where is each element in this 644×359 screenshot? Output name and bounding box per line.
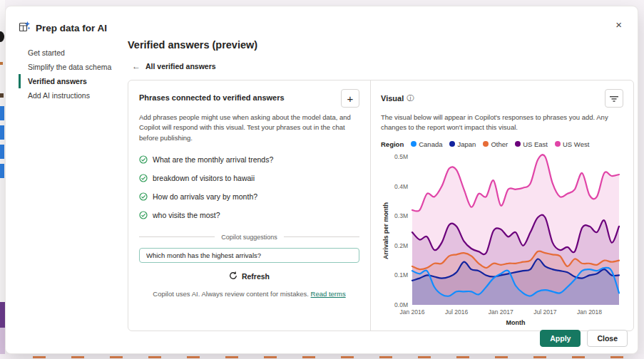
back-arrow-icon: ← bbox=[132, 61, 140, 71]
legend-item-us-west[interactable]: US West bbox=[555, 140, 589, 148]
legend-label: Other bbox=[491, 140, 508, 148]
check-circle-icon bbox=[139, 174, 148, 182]
chart-legend: Region CanadaJapanOtherUS EastUS West bbox=[381, 140, 623, 148]
phrase-text: What are the monthly arrival trends? bbox=[153, 155, 273, 164]
legend-label: Japan bbox=[457, 140, 476, 148]
divider-line bbox=[139, 236, 215, 237]
phrases-panel: Phrases connected to verified answers + … bbox=[128, 80, 371, 331]
info-icon[interactable]: ⓘ bbox=[407, 93, 414, 103]
phrases-panel-title: Phrases connected to verified answers bbox=[139, 89, 285, 102]
sidebar-item-add-ai-instructions[interactable]: Add AI instructions bbox=[19, 88, 124, 103]
background-artifact bbox=[0, 62, 3, 65]
svg-text:Arrivals per month: Arrivals per month bbox=[382, 202, 389, 259]
copilot-suggestions-label: Copilot suggestions bbox=[221, 234, 277, 241]
phrase-item[interactable]: who visits the most? bbox=[139, 206, 359, 224]
disclaimer-text: Copilot uses AI. Always review content f… bbox=[153, 290, 309, 298]
phrase-text: How do arrivals vary by month? bbox=[153, 192, 257, 201]
back-to-all-verified-answers-link[interactable]: ← All verified answers bbox=[132, 61, 216, 71]
background-artifact bbox=[0, 302, 5, 329]
copilot-disclaimer: Copilot uses AI. Always review content f… bbox=[139, 290, 359, 298]
plus-icon: + bbox=[347, 93, 354, 105]
refresh-icon bbox=[229, 271, 237, 281]
visual-panel: Visual ⓘ The visual below will bbox=[371, 80, 633, 331]
legend-label: US West bbox=[563, 140, 589, 148]
check-circle-icon bbox=[139, 192, 148, 201]
svg-text:Month: Month bbox=[506, 319, 526, 326]
sidebar-item-verified-answers[interactable]: Verified answers bbox=[19, 74, 124, 88]
divider-line bbox=[284, 236, 359, 237]
main-content: Verified answers (preview) ← All verifie… bbox=[128, 39, 639, 331]
suggested-phrase-input[interactable] bbox=[139, 248, 359, 263]
dialog-title: Prep data for AI bbox=[36, 23, 107, 33]
legend-item-us-east[interactable]: US East bbox=[515, 140, 548, 148]
filter-icon bbox=[610, 93, 618, 105]
svg-text:Jan 2018: Jan 2018 bbox=[577, 308, 602, 316]
legend-label: US East bbox=[523, 140, 548, 148]
legend-dot bbox=[483, 141, 489, 147]
svg-text:0.4M: 0.4M bbox=[394, 182, 408, 189]
read-terms-link[interactable]: Read terms bbox=[311, 290, 346, 298]
phrase-text: who visits the most? bbox=[153, 211, 220, 219]
svg-text:0.0M: 0.0M bbox=[394, 301, 408, 308]
phrases-panel-description: Add phrases people might use when asking… bbox=[139, 113, 359, 143]
refresh-button[interactable]: Refresh bbox=[229, 271, 270, 281]
svg-text:0.1M: 0.1M bbox=[394, 271, 408, 279]
add-phrase-button[interactable]: + bbox=[341, 89, 359, 108]
svg-text:Jul 2017: Jul 2017 bbox=[533, 308, 556, 316]
legend-item-canada[interactable]: Canada bbox=[411, 140, 442, 148]
dialog-footer: Apply Close bbox=[540, 330, 628, 347]
legend-dot bbox=[555, 141, 561, 147]
phrase-text: breakdown of visitors to hawaii bbox=[153, 174, 255, 182]
svg-text:0.5M: 0.5M bbox=[394, 153, 408, 160]
copilot-suggestions-divider: Copilot suggestions bbox=[139, 234, 359, 241]
phrase-list: What are the monthly arrival trends?brea… bbox=[139, 150, 359, 224]
visual-panel-title: Visual bbox=[381, 94, 404, 103]
background-artifact bbox=[0, 93, 4, 98]
refresh-label: Refresh bbox=[242, 272, 270, 281]
background-page-bottom-edge bbox=[0, 354, 644, 359]
verified-answer-card: Phrases connected to verified answers + … bbox=[128, 80, 634, 331]
prep-data-for-ai-dialog: Prep data for AI × Get startedSimplify t… bbox=[5, 6, 638, 354]
check-circle-icon bbox=[139, 211, 148, 219]
phrase-item[interactable]: How do arrivals vary by month? bbox=[139, 187, 359, 206]
svg-text:Jul 2016: Jul 2016 bbox=[445, 308, 468, 316]
legend-title: Region bbox=[381, 140, 404, 148]
phrase-item[interactable]: breakdown of visitors to hawaii bbox=[139, 169, 359, 187]
legend-label: Canada bbox=[419, 140, 442, 148]
apply-button[interactable]: Apply bbox=[540, 330, 581, 347]
dialog-header: Prep data for AI bbox=[19, 21, 107, 35]
phrase-item[interactable]: What are the monthly arrival trends? bbox=[139, 150, 359, 169]
background-artifact bbox=[0, 31, 4, 42]
svg-text:Jan 2016: Jan 2016 bbox=[400, 308, 425, 316]
svg-text:0.2M: 0.2M bbox=[394, 241, 408, 249]
check-circle-icon bbox=[139, 155, 148, 164]
background-page-left-edge bbox=[0, 0, 5, 359]
legend-dot bbox=[411, 141, 416, 147]
close-button[interactable]: Close bbox=[587, 330, 628, 347]
filter-button[interactable] bbox=[605, 89, 623, 108]
page-title: Verified answers (preview) bbox=[128, 39, 639, 51]
legend-item-japan[interactable]: Japan bbox=[449, 140, 476, 148]
legend-item-other[interactable]: Other bbox=[483, 140, 508, 148]
prep-data-for-ai-icon bbox=[19, 21, 30, 35]
background-artifact bbox=[0, 106, 4, 180]
arrivals-area-chart[interactable]: 0.0M0.1M0.2M0.3M0.4M0.5MJan 2016Jul 2016… bbox=[381, 151, 623, 333]
legend-dot bbox=[449, 141, 455, 147]
svg-text:Jan 2017: Jan 2017 bbox=[489, 308, 513, 316]
sidebar: Get startedSimplify the data schemaVerif… bbox=[19, 46, 124, 103]
legend-dot bbox=[515, 141, 521, 147]
close-icon[interactable]: × bbox=[615, 19, 622, 30]
svg-text:0.3M: 0.3M bbox=[394, 212, 408, 219]
sidebar-item-simplify-the-data-schema[interactable]: Simplify the data schema bbox=[19, 60, 124, 74]
sidebar-item-get-started[interactable]: Get started bbox=[19, 46, 124, 60]
back-link-label: All verified answers bbox=[145, 62, 216, 71]
background-artifact bbox=[7, 356, 644, 358]
visual-panel-description: The visual below will appear in Copilot'… bbox=[381, 113, 623, 133]
